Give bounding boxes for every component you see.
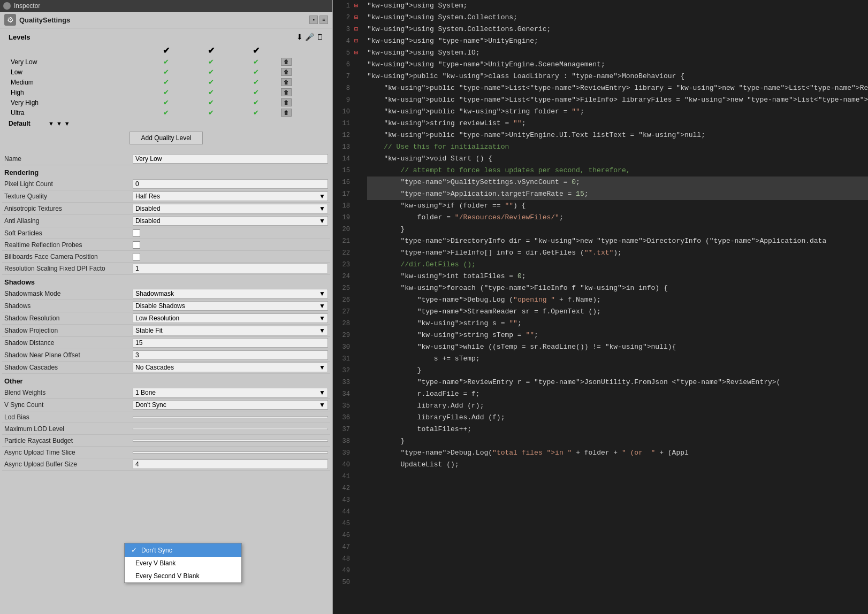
arrow-down-2[interactable]: ▼ [56,120,62,127]
delete-level-button[interactable]: 🗑 [281,78,292,86]
name-input[interactable]: Very Low [133,154,328,164]
checkbox-3[interactable]: ✔ [234,67,279,77]
dropdown-item[interactable]: ✓Don't Sync [125,543,241,557]
prop-input[interactable]: 0 [133,179,328,189]
add-quality-button[interactable]: Add Quality Level [130,132,202,144]
prop-input[interactable] [133,440,328,442]
prop-dropdown[interactable]: 1 Bone▼ [133,388,328,397]
line-number: 34 [335,388,350,400]
prop-checkbox[interactable] [133,241,140,249]
list-icon[interactable]: 🗒 [316,33,324,41]
prop-dropdown[interactable]: No Cascades▼ [133,363,328,372]
checkbox-2[interactable]: ✔ [189,57,234,67]
code-line: // attempt to force less updates per sec… [367,165,868,176]
code-line: "type-name">QualitySettings.vSyncCount =… [367,176,868,188]
delete-level-button[interactable]: 🗑 [281,58,292,66]
checkbox-1[interactable]: ✔ [143,57,188,67]
checkbox-1[interactable]: ✔ [143,108,188,118]
code-line: // Use this for initialization [367,141,868,153]
prop-input[interactable]: 15 [133,338,328,348]
prop-dropdown[interactable]: Disabled▼ [133,204,328,213]
code-line: "kw-using">int totalFiles = 0; [367,271,868,282]
menu-button[interactable]: ≡ [319,16,328,24]
line-number: 6 [335,59,350,71]
fold-indicator[interactable]: ⊟ [354,12,363,24]
prop-row: Async Upload Buffer Size 4 [2,458,330,471]
line-number: 29 [335,329,350,341]
prop-input[interactable]: 1 [133,264,328,273]
arrow-down-1[interactable]: ▼ [48,120,54,127]
line-number: 47 [335,541,350,553]
prop-dropdown[interactable]: Shadowmask▼ [133,289,328,298]
checkbox-2[interactable]: ✔ [189,97,234,108]
up-icon[interactable]: 🎤 [305,33,314,41]
inspector-scroll: Levels ⬇ 🎤 🗒 ✔ ✔ ✔ [0,28,332,614]
checkbox-3[interactable]: ✔ [234,97,279,108]
checkbox-1[interactable]: ✔ [143,97,188,108]
checkbox-3[interactable]: ✔ [234,57,279,67]
line-number: 1 [335,0,350,12]
prop-value [133,416,328,418]
prop-checkbox[interactable] [133,253,140,260]
line-number: 10 [335,106,350,118]
prop-dropdown[interactable]: Half Res▼ [133,191,328,201]
dropdown-item[interactable]: Every Second V Blank [125,570,241,582]
code-line: "kw-using">using System; [367,0,868,12]
checkbox-3[interactable]: ✔ [234,108,279,118]
prop-input[interactable] [133,428,328,430]
line-number: 43 [335,494,350,506]
fold-indicator[interactable]: ⊟ [354,47,363,59]
line-number: 50 [335,577,350,588]
default-row: Default ▼ ▼ ▼ [9,120,324,127]
prop-dropdown[interactable]: Low Resolution▼ [133,313,328,323]
levels-table: ✔ ✔ ✔ Very Low ✔ ✔ ✔ 🗑 Low ✔ ✔ ✔ 🗑 Mediu… [9,44,324,118]
prop-checkbox[interactable] [133,229,140,237]
dropdown-item[interactable]: Every V Blank [125,557,241,570]
checkbox-3[interactable]: ✔ [234,77,279,87]
prop-input[interactable] [133,416,328,418]
quality-settings-header: ⚙ QualitySettings ▪ ≡ [0,12,332,28]
prop-dropdown[interactable]: Disable Shadows▼ [133,301,328,311]
prop-value [133,229,328,237]
delete-level-button[interactable]: 🗑 [281,109,292,117]
prop-dropdown[interactable]: Disabled▼ [133,216,328,226]
checkbox-1[interactable]: ✔ [143,77,188,87]
checkbox-2[interactable]: ✔ [189,108,234,118]
save-button[interactable]: ▪ [309,16,318,24]
checkbox-2[interactable]: ✔ [189,67,234,77]
prop-label: Shadow Resolution [4,314,133,322]
prop-value: Shadowmask▼ [133,289,328,298]
code-line: library.Add (r); [367,400,868,412]
checkbox-1[interactable]: ✔ [143,87,188,97]
line-number: 2 [335,12,350,24]
prop-input[interactable]: 3 [133,350,328,360]
prop-row: V Sync Count Don't Sync▼ [2,399,330,411]
fold-indicator[interactable]: ⊟ [354,35,363,47]
prop-input[interactable] [133,451,328,454]
checkbox-2[interactable]: ✔ [189,87,234,97]
code-panel: 1234567891011121314151617181920212223242… [333,0,868,614]
prop-dropdown[interactable]: Don't Sync▼ [133,400,328,410]
line-number: 49 [335,565,350,577]
line-number: 23 [335,259,350,271]
prop-input[interactable]: 4 [133,459,328,469]
delete-level-button[interactable]: 🗑 [281,88,292,96]
checkbox-2[interactable]: ✔ [189,77,234,87]
delete-level-button[interactable]: 🗑 [281,68,292,76]
delete-level-button[interactable]: 🗑 [281,98,292,106]
prop-row: Shadows Disable Shadows▼ [2,300,330,312]
checkbox-1[interactable]: ✔ [143,67,188,77]
prop-value: Don't Sync▼ [133,400,328,410]
prop-dropdown[interactable]: Stable Fit▼ [133,326,328,335]
prop-label: Pixel Light Count [4,180,133,188]
level-row: Very Low ✔ ✔ ✔ 🗑 [9,57,324,67]
fold-indicator[interactable]: ⊟ [354,24,363,35]
line-numbers: 1234567891011121314151617181920212223242… [333,0,354,614]
code-line: "kw-using">using System.Collections.Gene… [367,24,868,35]
line-number: 33 [335,377,350,388]
line-number: 22 [335,247,350,259]
checkbox-3[interactable]: ✔ [234,87,279,97]
arrow-down-3[interactable]: ▼ [64,120,70,127]
down-icon[interactable]: ⬇ [296,33,303,41]
fold-indicator[interactable]: ⊟ [354,0,363,12]
